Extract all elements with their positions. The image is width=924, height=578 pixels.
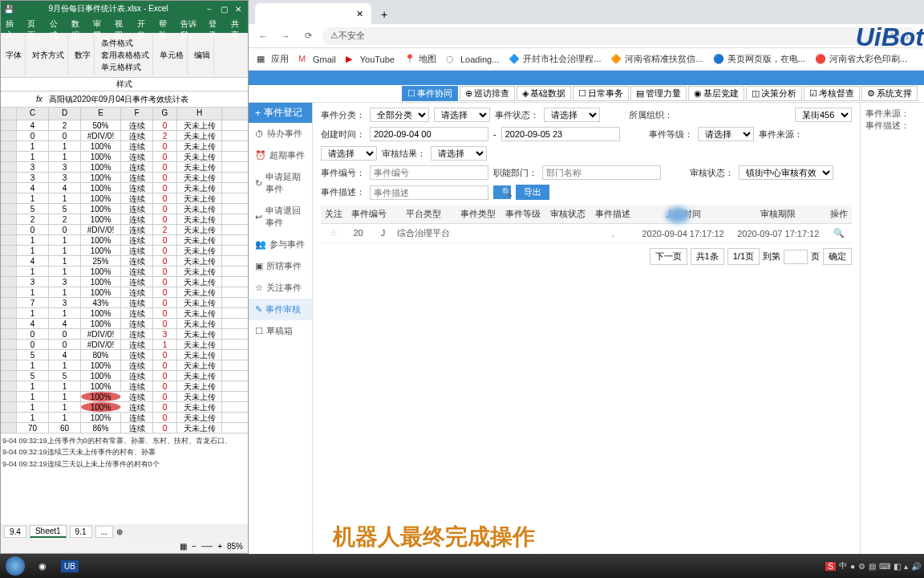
sidebar-timeout[interactable]: ⏰超期事件	[249, 144, 312, 166]
cell[interactable]: 0	[153, 371, 177, 381]
zoom-slider[interactable]: ──	[201, 542, 213, 551]
forward-icon[interactable]: →	[278, 28, 294, 44]
cell[interactable]: 0	[153, 308, 177, 318]
cell[interactable]: 天未上传	[177, 319, 222, 328]
cell[interactable]: 86%	[81, 423, 121, 433]
cell[interactable]: 天未上传	[177, 131, 222, 140]
cell[interactable]: 天未上传	[177, 402, 222, 412]
cell[interactable]	[1, 152, 17, 161]
nav-analysis[interactable]: ◫决策分析	[746, 86, 802, 101]
cell[interactable]: 连续	[121, 256, 153, 266]
cell[interactable]: 100%	[81, 162, 121, 172]
th-desc[interactable]: 事件描述	[590, 205, 635, 224]
reload-icon[interactable]: ⟳	[300, 28, 316, 44]
table-fmt[interactable]: 套用表格格式	[101, 50, 149, 61]
cell[interactable]: 天未上传	[177, 246, 222, 255]
cell[interactable]: 天未上传	[177, 340, 222, 349]
cell[interactable]: 1	[49, 141, 81, 151]
cell[interactable]: 连续	[121, 277, 153, 287]
cell[interactable]: 连续	[121, 267, 153, 276]
cell[interactable]: 连续	[121, 141, 153, 151]
cell[interactable]: 连续	[121, 308, 153, 318]
cell[interactable]: 天未上传	[177, 267, 222, 276]
cell[interactable]: 1	[153, 340, 177, 349]
cell[interactable]: 天未上传	[177, 256, 222, 266]
bookmark-loading[interactable]: ◌Loading...	[446, 54, 499, 65]
cell[interactable]: 4	[17, 256, 49, 266]
event-register-button[interactable]: +事件登记	[249, 103, 312, 123]
sidebar-todo[interactable]: ⏱待办事件	[249, 123, 312, 144]
date-from-input[interactable]	[370, 127, 488, 141]
category-select[interactable]: 全部分类	[370, 108, 429, 122]
cell[interactable]	[1, 193, 17, 203]
editing-group[interactable]: 编辑	[194, 50, 210, 61]
cell[interactable]: 80%	[81, 350, 121, 360]
tray-icon[interactable]: S	[825, 562, 836, 571]
cell[interactable]: 天未上传	[177, 173, 222, 182]
cell[interactable]: 2	[49, 214, 81, 224]
cell[interactable]	[1, 287, 17, 297]
cell[interactable]	[1, 308, 17, 318]
sidebar-involved[interactable]: 👥参与事件	[249, 234, 312, 255]
cell[interactable]: 100%	[81, 287, 121, 297]
excel-row[interactable]: 11100%连续0天未上传	[1, 360, 248, 371]
cell[interactable]: 0	[153, 423, 177, 433]
cell[interactable]: 天未上传	[177, 413, 222, 422]
cell[interactable]: 1	[17, 193, 49, 203]
cell[interactable]: 100%	[81, 360, 121, 370]
cell[interactable]: 0	[153, 287, 177, 297]
cell[interactable]: 1	[17, 392, 49, 401]
new-tab-button[interactable]: +	[375, 5, 394, 24]
cell[interactable]: 连续	[121, 214, 153, 224]
cell[interactable]: 4	[17, 319, 49, 328]
tell-me[interactable]: 告诉我	[176, 17, 204, 33]
cell[interactable]: 1	[17, 381, 49, 391]
nav-supervise[interactable]: ☑考核督查	[804, 86, 860, 101]
nav-basic-data[interactable]: ◈基础数据	[517, 86, 571, 101]
save-icon[interactable]: 💾	[4, 5, 14, 14]
excel-row[interactable]: 22100%连续0天未上传	[1, 214, 248, 225]
excel-row[interactable]: 44100%连续0天未上传	[1, 319, 248, 329]
cell[interactable]: 4	[17, 120, 49, 130]
col-header[interactable]: F	[121, 108, 153, 120]
cell[interactable]: 5	[17, 350, 49, 360]
cell[interactable]	[1, 141, 17, 151]
cell[interactable]: #DIV/0!	[81, 225, 121, 234]
tray-icon[interactable]: ●	[850, 562, 855, 571]
cell[interactable]: 1	[49, 402, 81, 412]
dept-input[interactable]	[542, 165, 661, 180]
cell[interactable]: 3	[49, 162, 81, 172]
excel-row[interactable]: 00#DIV/0!连续2天未上传	[1, 131, 248, 141]
cell[interactable]: 100%	[81, 193, 121, 203]
sidebar-owned[interactable]: ▣所辖事件	[249, 255, 312, 277]
cell[interactable]: 0	[153, 298, 177, 307]
excel-row[interactable]: 4250%连续0天未上传	[1, 120, 248, 131]
level-select[interactable]: 请选择	[698, 127, 754, 141]
cell[interactable]	[1, 162, 17, 172]
sidebar-delay[interactable]: ↻申请延期事件	[249, 166, 312, 200]
star-icon[interactable]: ☆	[330, 228, 338, 238]
cell[interactable]: 天未上传	[177, 183, 222, 193]
cell[interactable]: 1	[17, 308, 49, 318]
cell[interactable]	[1, 392, 17, 401]
cell[interactable]: 3	[17, 173, 49, 182]
cell[interactable]	[1, 214, 17, 224]
cell[interactable]: 50%	[81, 120, 121, 130]
cell[interactable]: 天未上传	[177, 298, 222, 307]
cell[interactable]: 天未上传	[177, 287, 222, 297]
sidebar-follow[interactable]: ☆关注事件	[249, 277, 312, 299]
sheet-tab[interactable]: ...	[95, 526, 113, 538]
cell[interactable]: 0	[153, 162, 177, 172]
export-button[interactable]: 导出	[516, 185, 549, 200]
th-type[interactable]: 事件类型	[456, 205, 500, 224]
cell[interactable]: 天未上传	[177, 329, 222, 339]
cell[interactable]: 0	[49, 131, 81, 140]
start-button[interactable]	[3, 556, 27, 576]
cell[interactable]: #DIV/0!	[81, 131, 121, 140]
excel-row[interactable]: 4125%连续0天未上传	[1, 256, 248, 267]
cell[interactable]: 2	[49, 120, 81, 130]
cond-fmt[interactable]: 条件格式	[101, 38, 149, 49]
cell[interactable]: 3	[49, 298, 81, 307]
col-header[interactable]: E	[81, 108, 121, 120]
nav-patrol[interactable]: ⊕巡访排查	[460, 86, 515, 101]
